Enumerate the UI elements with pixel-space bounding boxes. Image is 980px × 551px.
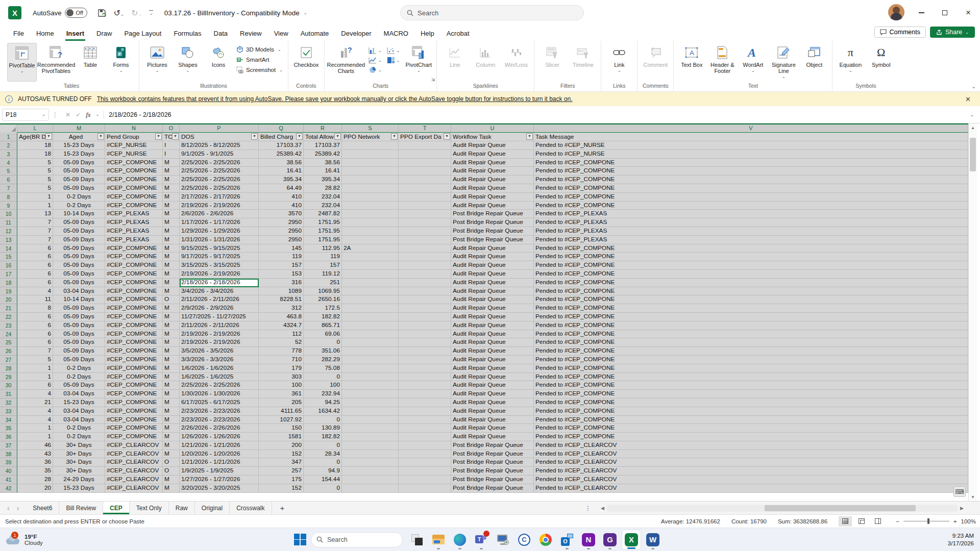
cell[interactable]: 0-2 Days — [53, 373, 105, 382]
cell[interactable] — [399, 253, 451, 261]
cell[interactable]: Pended to #CEP_COMPONE — [534, 287, 968, 296]
cell[interactable]: #CEP_NURSE — [105, 150, 163, 159]
screenshot-button[interactable]: Screenshot ⌄ — [234, 66, 285, 74]
cell[interactable] — [342, 261, 399, 270]
cell[interactable] — [342, 356, 399, 364]
cell[interactable]: 2/23/2026 - 2/23/2026 — [180, 407, 259, 416]
cell[interactable] — [399, 244, 451, 253]
cell[interactable]: 6 — [17, 253, 53, 261]
cell[interactable] — [399, 458, 451, 467]
cell[interactable]: Audit Repair Queue — [451, 141, 534, 150]
cell[interactable]: 3/4/2026 - 3/4/2026 — [180, 287, 259, 296]
cell[interactable]: 179 — [259, 364, 304, 373]
menu-tab-automate[interactable]: Automate — [295, 26, 335, 41]
share-button[interactable]: Share ⌄ — [930, 27, 975, 38]
filter-icon[interactable]: ▼ — [97, 133, 104, 140]
cell[interactable]: Pended to #CEP_CLEARCOV — [534, 450, 968, 459]
cell[interactable]: 232.04 — [304, 193, 342, 202]
cell[interactable]: 1751.95 — [304, 227, 342, 236]
cell[interactable]: 18 — [17, 150, 53, 159]
cell[interactable] — [399, 398, 451, 407]
cell[interactable]: I — [163, 141, 180, 150]
menu-tab-acrobat[interactable]: Acrobat — [440, 26, 476, 41]
select-all-corner[interactable] — [0, 124, 17, 133]
cell[interactable]: M — [163, 356, 180, 364]
cell[interactable]: 0 — [304, 416, 342, 424]
autosave-toggle[interactable]: Off — [65, 8, 87, 18]
row-number-4[interactable]: 4 — [0, 159, 17, 167]
cell[interactable]: Audit Repair Queue — [451, 398, 534, 407]
cell[interactable] — [342, 338, 399, 347]
cell[interactable]: M — [163, 227, 180, 236]
minimize-button[interactable] — [910, 0, 933, 26]
cell[interactable]: M — [163, 202, 180, 210]
cell[interactable]: 64.49 — [259, 184, 304, 193]
cell[interactable]: 157 — [259, 261, 304, 270]
cell[interactable]: Audit Repair Queue — [451, 150, 534, 159]
cancel-formula-icon[interactable]: ✕ — [65, 111, 70, 118]
cell[interactable]: Pended to #CEP_COMPONE — [534, 202, 968, 210]
cell[interactable]: Pended to #CEP_COMPONE — [534, 424, 968, 433]
column-letter-N[interactable]: N — [105, 124, 163, 133]
row-number-30[interactable]: 30 — [0, 381, 17, 390]
cell[interactable]: M — [163, 484, 180, 493]
cell[interactable]: 0 — [304, 484, 342, 493]
insert-hierarchy-chart-button[interactable]: ⌄ — [387, 57, 400, 64]
cell[interactable]: Audit Repair Queue — [451, 270, 534, 279]
taskbar-search-box[interactable]: Search — [311, 532, 403, 547]
cell[interactable]: #CEP_CLEARCOV — [105, 450, 163, 459]
cell[interactable] — [399, 287, 451, 296]
cell[interactable]: Post Bridge Repair Queue — [451, 227, 534, 236]
cell[interactable]: 1/30/2026 - 1/30/2026 — [180, 390, 259, 398]
cell[interactable]: 145 — [259, 244, 304, 253]
cell[interactable]: #CEP_COMPONE — [105, 373, 163, 382]
expand-formula-bar-icon[interactable]: ⌄ — [966, 112, 978, 117]
cell[interactable]: 130.89 — [304, 424, 342, 433]
cell[interactable]: Pended to #CEP_NURSE — [534, 150, 968, 159]
cell[interactable]: 16.41 — [304, 167, 342, 176]
cell[interactable]: 05-09 Days — [53, 356, 105, 364]
cell[interactable]: #CEP_COMPONE — [105, 364, 163, 373]
active-cell[interactable]: 2/18/2026 - 2/18/2026 — [180, 279, 259, 287]
cell[interactable]: M — [163, 287, 180, 296]
cell[interactable]: #CEP_COMPONE — [105, 287, 163, 296]
cell[interactable]: 1089 — [259, 287, 304, 296]
cell[interactable]: M — [163, 373, 180, 382]
cell[interactable]: 3570 — [259, 210, 304, 218]
row-number-28[interactable]: 28 — [0, 364, 17, 373]
sheet-tab-bill-review[interactable]: Bill Review — [59, 502, 103, 514]
cell[interactable]: #CEP_COMPONE — [105, 184, 163, 193]
cell[interactable]: #CEP_PLEXAS — [105, 218, 163, 227]
cell[interactable]: #CEP_COMPONE — [105, 381, 163, 390]
filter-icon[interactable]: ▼ — [296, 133, 303, 140]
user-avatar[interactable] — [888, 4, 904, 20]
cell[interactable]: 1 — [17, 202, 53, 210]
cell[interactable]: 153 — [259, 270, 304, 279]
cell[interactable]: 17103.37 — [304, 141, 342, 150]
cell[interactable] — [399, 484, 451, 493]
column-header-T[interactable]: PPO Export Da▼ — [399, 133, 451, 141]
equation-button[interactable]: π Equation ⌄ — [836, 43, 865, 82]
cell[interactable]: #CEP_COMPONE — [105, 321, 163, 330]
cell[interactable]: 9/1/2025 - 9/1/2025 — [180, 150, 259, 159]
cell[interactable]: 11/27/2025 - 11/27/2025 — [180, 313, 259, 321]
column-header-L[interactable]: Age(BR Dat▼ — [17, 133, 53, 141]
cell[interactable]: Post Bridge Repair Queue — [451, 475, 534, 484]
cell[interactable]: Post Bridge Repair Queue — [451, 484, 534, 493]
cell[interactable] — [399, 338, 451, 347]
cell[interactable]: #CEP_CLEARCOV — [105, 467, 163, 475]
cell[interactable]: 7 — [17, 227, 53, 236]
sheet-nav-prev-icon[interactable]: ‹ — [7, 504, 10, 512]
row-number-26[interactable]: 26 — [0, 347, 17, 356]
column-header-O[interactable]: TC▼ — [163, 133, 180, 141]
row-number-31[interactable]: 31 — [0, 390, 17, 398]
cell[interactable]: 15-23 Days — [53, 150, 105, 159]
cell[interactable]: 395.34 — [304, 176, 342, 184]
cell[interactable]: 232.94 — [304, 390, 342, 398]
cell[interactable]: 05-09 Days — [53, 261, 105, 270]
cell[interactable]: 778 — [259, 347, 304, 356]
cell[interactable]: Audit Repair Queue — [451, 167, 534, 176]
cell[interactable]: Pended to #CEP_COMPONE — [534, 338, 968, 347]
row-number-9[interactable]: 9 — [0, 202, 17, 210]
cell[interactable]: 1 — [17, 373, 53, 382]
